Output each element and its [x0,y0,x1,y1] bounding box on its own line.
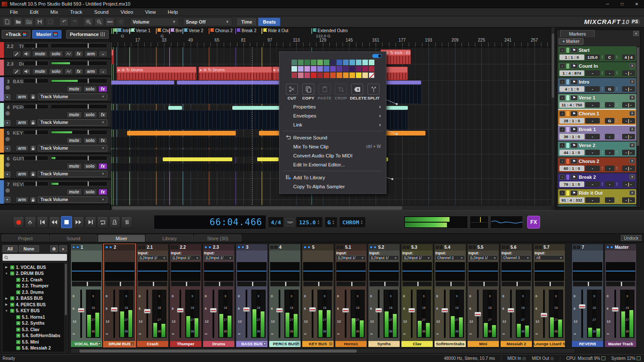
track-pan-slider[interactable] [24,78,49,83]
fader-handle[interactable] [612,307,619,312]
color-swatch[interactable] [304,66,310,72]
fx-button[interactable]: fx [98,137,107,144]
track-guitar-bus[interactable]: 6GUITAR BUSmutesolofxarmTrack Volume▼+⬤ [0,154,111,179]
color-swatch[interactable] [311,66,316,72]
channel-fader[interactable] [213,290,214,338]
marker-tempo[interactable]: - [585,118,600,124]
color-swatch[interactable] [324,66,329,72]
track-checkbox[interactable]: ✕ [10,265,14,269]
track-checkbox[interactable]: ✕ [16,340,20,344]
channel-eq-display[interactable] [204,262,234,281]
channel-name[interactable]: Lounge Lizard S... [534,341,565,347]
channel-pan-slider[interactable] [204,281,234,287]
channel-strip-2.2[interactable]: 2.2Input:(L)\Input 1/▼0612∞9182736Thumpe… [170,244,202,347]
markers-close-icon[interactable]: ✕ [633,31,639,36]
marker-flag-icon[interactable]: ⚑ [571,63,577,69]
channel-pan-slider[interactable] [369,281,399,287]
tree-item-3-bass-bus[interactable]: ▶✕3. BASS BUS [3,296,64,302]
beats-mode-button[interactable]: Beats [258,18,280,26]
channel-fader[interactable] [179,290,181,338]
fader-handle[interactable] [111,307,118,312]
marker-delete-icon[interactable]: ✕ [629,159,635,163]
color-swatch[interactable] [317,60,323,65]
tree-item-5-6-messiah-2[interactable]: ✕5.6. Messiah 2 [3,345,64,352]
marker-expand-button[interactable]: › [559,175,565,180]
draw-tool-icon[interactable] [12,51,21,57]
input-select[interactable]: (L)\Input 1/▼ [336,255,366,260]
zoom-out-button[interactable] [94,18,104,26]
channel-strip-5.5[interactable]: 5.5Input:(L)\Input 1/▼0612∞9182736Mini [467,244,499,347]
add-subtrack-button[interactable]: + [4,120,10,126]
stop-button[interactable] [61,216,72,228]
no-color-swatch[interactable] [369,72,374,78]
channel-fader[interactable] [246,290,247,338]
channel-fader[interactable] [312,290,313,338]
input-select[interactable]: Channel 3▼ [501,255,531,260]
marker-delete-icon[interactable]: ✕ [629,79,635,84]
fader-handle[interactable] [78,308,85,313]
channel-name[interactable]: Messiah 2 [501,341,532,347]
menu-sound[interactable]: Sound [89,9,114,15]
time-mode-button[interactable]: Time [237,18,257,26]
marker-position[interactable]: 1 : 1 : 0 [559,54,584,60]
solo-button[interactable]: solo [83,86,97,92]
channel-strip-5.1[interactable]: 5.1Input:(L)\Input 1/▼0612∞9182736Horns1 [335,244,367,347]
channel-pan-slider[interactable] [435,281,465,287]
track-checkbox[interactable]: ✕ [16,284,20,288]
master-track-button[interactable]: Master [32,30,61,39]
fx-button[interactable]: fx [74,51,83,57]
marker-delete-icon[interactable]: ✕ [629,95,635,100]
fx-button[interactable]: fx [98,86,107,92]
select-none-button[interactable]: None [19,245,39,252]
channel-strip-1[interactable]: 10612∞9182736VOCAL BUS+ [70,244,103,347]
track-checkbox[interactable]: ✕ [16,315,20,319]
marker-color-chip[interactable] [566,95,569,100]
marker-expand-button[interactable]: › [559,159,565,164]
channel-pan-slider[interactable] [402,281,432,287]
track-volume-slider[interactable] [51,78,107,83]
track-automation-dropdown[interactable]: Track Volume▼ [38,119,107,126]
color-swatch[interactable] [324,72,329,78]
color-swatch[interactable] [337,72,342,78]
track-volume-slider[interactable] [51,181,107,186]
solo-button[interactable]: solo [83,163,97,169]
input-select[interactable]: Channel 2▼ [435,255,465,260]
channel-pan-slider[interactable] [303,281,333,287]
metronome-button[interactable] [109,216,120,228]
color-swatch[interactable] [311,72,316,78]
marker-delete-icon[interactable]: ✕ [629,127,635,132]
marker-flag-chorus-2[interactable]: Chorus 2 [209,28,233,34]
channel-fader[interactable] [411,290,413,338]
fader-handle[interactable] [243,307,250,312]
marker-row-ride-it-out[interactable]: ›⚑Ride it Out✕91 : 4 : 332-▲▼-▲▼- | - [558,189,636,204]
marker-row-start[interactable]: ›⚑Start1 : 1 : 0125.0▲▼C▲▼4 | 4 [558,46,636,61]
channel-name[interactable]: PERCS BUS+ [269,341,301,347]
channel-pan-slider[interactable] [72,281,101,287]
track-pan-slider[interactable] [24,156,49,160]
marker-time-signature[interactable]: - | - [622,70,635,76]
channel-strip-7[interactable]: 70612∞9182736REVERB [571,244,604,347]
marker-tempo[interactable]: - [585,150,600,155]
expand-arrow-icon[interactable]: ▶ [4,265,9,269]
channel-group-toggle[interactable]: + [97,341,102,346]
tempo-display[interactable]: 125.0▲▼ [296,217,322,228]
track-reverb[interactable]: 7REVERBmutesolofxarmTrack Volume▼+⬤ [0,180,111,205]
color-swatch[interactable] [369,60,374,65]
marker-flag-icon[interactable]: ⚑ [571,95,577,100]
channel-pan-slider[interactable] [138,281,167,287]
input-select[interactable]: (L)\Input 1/▼ [204,255,234,260]
marker-flag-icon[interactable]: ⚑ [571,79,577,84]
tree-item-5-key-bus[interactable]: ▼✕5. KEY BUS [3,308,64,314]
marker-expand-button[interactable]: › [559,127,565,132]
fx-button[interactable]: fx [98,163,107,169]
marker-row-chorus-2[interactable]: ›⚑Chorus 2✕60 : 1 : 0-▲▼-▲▼- | - [558,157,636,172]
split-button[interactable]: SPLIT [366,84,381,100]
color-swatch[interactable] [362,72,368,78]
marker-delete-icon[interactable]: ✕ [629,63,635,68]
channel-strip-4[interactable]: 40612∞9182736PERCS BUS+ [269,244,301,347]
marker-color-chip[interactable] [566,63,569,69]
marker-flag-icon[interactable]: ⚑ [571,175,577,180]
channel-pan-slider[interactable] [270,281,300,287]
arm-button[interactable]: arm [15,119,28,126]
chevron-down-icon[interactable]: ⌄ [99,68,107,75]
